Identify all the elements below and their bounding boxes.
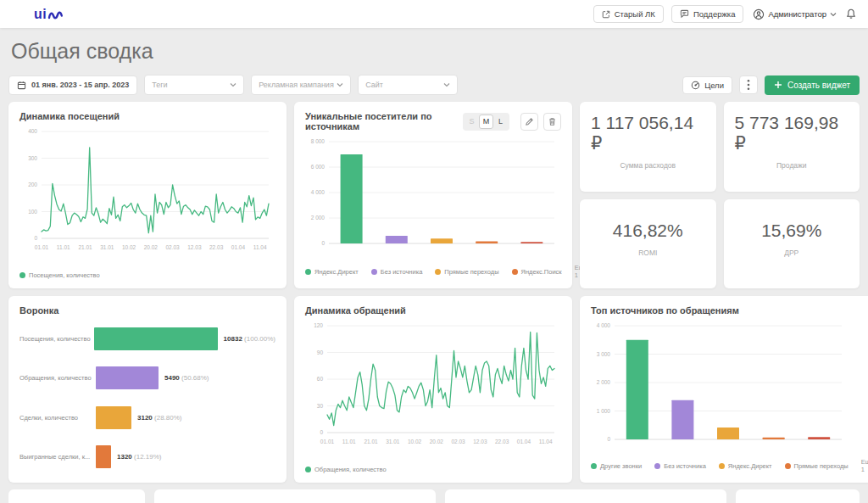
funnel-row-value: 1320 (12.19%) (117, 453, 162, 461)
legend-item[interactable]: Посещения, количество (19, 271, 100, 279)
svg-text:31.01: 31.01 (100, 244, 114, 250)
old-lk-button[interactable]: Старый ЛК (593, 5, 664, 23)
svg-text:02.03: 02.03 (451, 439, 465, 444)
svg-text:100: 100 (28, 209, 37, 215)
kpi-value: 1 117 056,14 ₽ (591, 113, 705, 154)
svg-text:0: 0 (607, 436, 610, 442)
kpi-label: Продажи (776, 161, 807, 170)
funnel-row-label: Сделки, количество (19, 414, 96, 422)
svg-text:21.01: 21.01 (78, 244, 92, 250)
funnel-bar[interactable] (94, 327, 218, 350)
legend-item[interactable]: Прямые переходы (785, 462, 849, 470)
site-select[interactable]: Сайт (358, 75, 458, 95)
logo-wave-icon (47, 8, 64, 21)
legend-item[interactable]: Яндекс.Директ (719, 462, 772, 470)
widget-title: Динамика обращений (305, 305, 561, 316)
legend-dot-icon (435, 269, 441, 275)
campaign-select[interactable]: Рекламная кампания (251, 75, 351, 95)
svg-text:400: 400 (28, 128, 37, 134)
legend-item[interactable]: Яндекс.Поиск (512, 268, 562, 276)
funnel-bar[interactable] (96, 445, 111, 468)
funnel-bar[interactable] (96, 406, 131, 429)
size-l-button[interactable]: L (493, 115, 508, 129)
more-options-button[interactable] (739, 75, 758, 94)
next-row-widgets (8, 489, 860, 503)
create-widget-label: Создать виджет (787, 81, 850, 90)
svg-text:6 000: 6 000 (311, 164, 326, 170)
edit-widget-button[interactable] (520, 113, 538, 131)
pencil-icon (525, 117, 534, 126)
legend-item[interactable]: Без источника (371, 268, 423, 276)
legend-more-link[interactable]: Ещё 1 (861, 458, 868, 473)
chevron-down-icon (443, 82, 450, 87)
svg-text:10.02: 10.02 (408, 439, 422, 444)
legend-item[interactable]: Прямые переходы (435, 268, 498, 276)
svg-text:4 000: 4 000 (597, 322, 611, 328)
size-m-button[interactable]: M (479, 115, 493, 129)
svg-text:60: 60 (317, 376, 324, 382)
legend-label: Другие звонки (600, 462, 642, 470)
svg-text:12.03: 12.03 (187, 244, 202, 250)
svg-text:8 000: 8 000 (311, 138, 326, 144)
legend-dot-icon (371, 269, 377, 275)
svg-text:120: 120 (314, 322, 323, 328)
svg-text:1 000: 1 000 (597, 408, 611, 414)
svg-text:20.02: 20.02 (144, 244, 159, 250)
legend-item[interactable]: Без источника (654, 462, 706, 470)
uis-logo[interactable]: ui (34, 7, 64, 22)
funnel-chart: Посещения, количество10832 (100.00%)Обра… (19, 316, 275, 473)
funnel-row: Обращения, количество5490 (50.68%) (19, 366, 275, 389)
kpi-label: ROMI (638, 249, 657, 257)
goals-button[interactable]: Цели (682, 76, 732, 94)
funnel-row-value: 3120 (28.80%) (137, 414, 182, 422)
kpi-value: 15,69% (761, 221, 821, 241)
user-menu[interactable]: Администратор (751, 7, 838, 22)
filter-bar: 01 янв. 2023 - 15 апр. 2023 Теги Рекламн… (8, 75, 860, 95)
funnel-row-value: 10832 (100.00%) (224, 335, 275, 343)
widget-title: Воронка (19, 305, 275, 316)
svg-text:12.03: 12.03 (473, 439, 487, 444)
legend-item[interactable]: Яндекс.Директ (305, 268, 359, 276)
widget-title: Уникальные посетители по источникам (305, 111, 463, 131)
widget-partial (445, 489, 726, 503)
svg-text:01.01: 01.01 (35, 244, 49, 250)
kpi-label: ДРР (784, 249, 798, 257)
funnel-row: Посещения, количество10832 (100.00%) (19, 327, 275, 350)
kpi-label: Сумма расходов (620, 161, 676, 170)
legend-dot-icon (19, 272, 25, 278)
svg-text:200: 200 (28, 182, 37, 187)
svg-text:0: 0 (320, 429, 323, 435)
svg-text:2 000: 2 000 (597, 379, 611, 385)
widget-partial (736, 489, 860, 503)
trash-icon (548, 117, 557, 126)
legend-item[interactable]: Другие звонки (591, 462, 642, 470)
create-widget-button[interactable]: Создать виджет (765, 75, 860, 95)
date-range-picker[interactable]: 01 янв. 2023 - 15 апр. 2023 (8, 75, 137, 95)
svg-text:11.01: 11.01 (57, 244, 70, 250)
svg-text:0: 0 (34, 235, 37, 241)
funnel-row-label: Обращения, количество (19, 374, 96, 382)
svg-text:22.03: 22.03 (209, 244, 224, 250)
funnel-bar[interactable] (96, 366, 159, 389)
support-button[interactable]: Поддержка (671, 5, 744, 23)
svg-text:4 000: 4 000 (311, 189, 326, 195)
top-bar: ui Старый ЛК Поддержка Администратор (0, 0, 868, 28)
chart-legend: Обращения, количество (305, 466, 561, 473)
bell-icon[interactable] (846, 8, 856, 20)
widget-funnel: Воронка Посещения, количество10832 (100.… (8, 296, 287, 483)
legend-item[interactable]: Обращения, количество (305, 466, 387, 473)
delete-widget-button[interactable] (543, 113, 561, 131)
widget-size-toggle: S M L (463, 113, 509, 131)
legend-label: Без источника (664, 462, 706, 470)
visits-line-chart: 010020030040001.0111.0121.0131.0110.0220… (19, 125, 275, 257)
svg-text:20.02: 20.02 (430, 439, 444, 444)
legend-dot-icon (654, 463, 660, 469)
size-s-button[interactable]: S (465, 115, 479, 129)
legend-label: Без источника (381, 268, 423, 276)
tags-select[interactable]: Теги (144, 75, 244, 95)
user-label: Администратор (768, 9, 826, 19)
legend-dot-icon (719, 463, 725, 469)
old-lk-label: Старый ЛК (615, 9, 655, 19)
svg-text:2 000: 2 000 (311, 215, 326, 221)
site-select-placeholder: Сайт (365, 81, 383, 89)
